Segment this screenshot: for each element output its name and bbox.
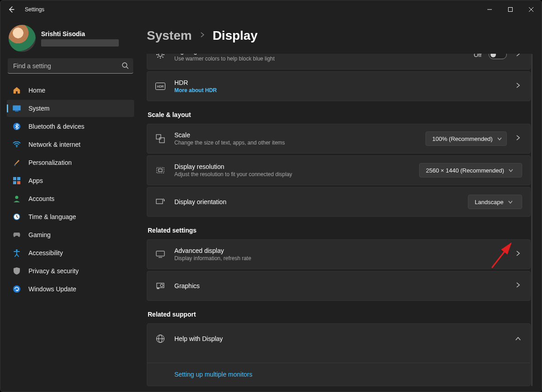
section-scale-layout: Scale & layout xyxy=(148,111,531,118)
monitor-icon xyxy=(155,249,165,259)
person-icon xyxy=(12,194,21,203)
chevron-down-icon xyxy=(497,135,502,142)
sidebar-item-accounts[interactable]: Accounts xyxy=(7,190,134,207)
dropdown-value: 100% (Recommended) xyxy=(432,135,493,142)
svg-point-5 xyxy=(122,63,127,67)
svg-rect-13 xyxy=(13,181,16,184)
card-title: HDR xyxy=(174,79,505,86)
sidebar-item-label: Apps xyxy=(28,177,43,184)
user-email-redacted xyxy=(41,39,119,47)
svg-rect-7 xyxy=(13,106,21,111)
svg-point-20 xyxy=(16,249,18,251)
sidebar-item-windows-update[interactable]: Windows Update xyxy=(7,280,134,298)
card-orientation[interactable]: Display orientation Landscape xyxy=(147,187,531,217)
card-hdr[interactable]: HDR HDR More about HDR xyxy=(147,71,531,101)
svg-line-6 xyxy=(126,67,128,69)
card-advanced-display[interactable]: Advanced display Display information, re… xyxy=(147,239,531,269)
orientation-icon xyxy=(155,197,165,207)
gpu-icon xyxy=(155,281,165,291)
hdr-link[interactable]: More about HDR xyxy=(174,87,505,93)
card-title: Display resolution xyxy=(174,163,410,170)
chevron-right-icon xyxy=(199,32,206,40)
chevron-right-icon xyxy=(514,282,522,290)
globe-icon xyxy=(155,334,165,344)
sidebar-item-label: Personalization xyxy=(28,159,72,166)
close-button[interactable] xyxy=(521,0,542,19)
card-help-with-display: Help with Display Setting up multiple mo… xyxy=(147,323,531,386)
help-expander-header[interactable]: Help with Display xyxy=(147,324,530,354)
clock-icon xyxy=(12,212,21,221)
update-icon xyxy=(12,285,21,294)
chevron-right-icon xyxy=(514,135,522,143)
sidebar-item-gaming[interactable]: Gaming xyxy=(7,226,134,243)
sidebar-item-home[interactable]: Home xyxy=(7,82,134,99)
sidebar-item-time-language[interactable]: Time & language xyxy=(7,208,134,225)
card-title: Scale xyxy=(174,131,416,139)
search-container xyxy=(8,58,133,74)
svg-point-15 xyxy=(15,196,19,199)
search-icon xyxy=(121,62,129,71)
card-scale[interactable]: Scale Change the size of text, apps, and… xyxy=(147,124,531,154)
user-profile[interactable]: Srishti Sisodia xyxy=(9,25,134,52)
shield-icon xyxy=(12,266,21,275)
svg-rect-14 xyxy=(17,181,20,184)
svg-rect-38 xyxy=(156,251,164,256)
user-info: Srishti Sisodia xyxy=(41,30,119,47)
card-subtitle: Adjust the resolution to fit your connec… xyxy=(174,171,410,177)
sidebar-item-personalization[interactable]: Personalization xyxy=(7,154,134,171)
sidebar-item-label: Gaming xyxy=(28,231,51,238)
minimize-icon xyxy=(487,7,492,12)
sidebar-item-accessibility[interactable]: Accessibility xyxy=(7,244,134,261)
sidebar-item-privacy[interactable]: Privacy & security xyxy=(7,262,134,280)
sidebar-item-system[interactable]: System xyxy=(7,100,134,117)
sidebar-item-apps[interactable]: Apps xyxy=(7,172,134,189)
window-controls xyxy=(479,0,542,19)
app-title: Settings xyxy=(25,6,44,13)
dropdown-value: Landscape xyxy=(475,199,504,205)
maximize-button[interactable] xyxy=(500,0,521,19)
sidebar-item-label: Accounts xyxy=(28,195,55,202)
sidebar-item-label: Bluetooth & devices xyxy=(28,123,84,130)
breadcrumb-parent[interactable]: System xyxy=(147,28,192,43)
card-night-light[interactable]: Night light Use warmer colors to help bl… xyxy=(147,54,531,70)
orientation-dropdown[interactable]: Landscape xyxy=(468,195,522,209)
user-name: Srishti Sisodia xyxy=(41,30,119,37)
svg-rect-8 xyxy=(15,111,19,112)
help-expander-body: Setting up multiple monitors xyxy=(147,363,530,386)
system-icon xyxy=(12,104,21,113)
help-link-multiple-monitors[interactable]: Setting up multiple monitors xyxy=(174,371,252,378)
search-input[interactable] xyxy=(8,58,133,74)
night-light-toggle[interactable] xyxy=(489,54,507,59)
sidebar-item-label: Network & internet xyxy=(28,141,80,148)
svg-point-41 xyxy=(160,284,163,287)
sidebar-item-label: Accessibility xyxy=(28,249,63,257)
hdr-icon: HDR xyxy=(155,81,165,91)
card-title: Help with Display xyxy=(174,335,505,342)
svg-rect-37 xyxy=(156,199,163,204)
night-light-icon xyxy=(155,54,165,60)
svg-point-10 xyxy=(16,146,18,148)
svg-rect-35 xyxy=(157,168,164,173)
sidebar-item-network[interactable]: Network & internet xyxy=(7,136,134,153)
section-related-settings: Related settings xyxy=(148,227,531,234)
resolution-icon xyxy=(155,165,165,175)
sidebar-item-label: Home xyxy=(28,87,45,94)
chevron-right-icon xyxy=(514,250,522,258)
minimize-button[interactable] xyxy=(479,0,500,19)
gamepad-icon xyxy=(12,230,21,239)
svg-line-30 xyxy=(158,57,159,58)
sidebar-item-bluetooth[interactable]: Bluetooth & devices xyxy=(7,118,134,135)
resolution-dropdown[interactable]: 2560 × 1440 (Recommended) xyxy=(419,163,522,177)
chevron-up-icon xyxy=(514,335,522,343)
scroll-area: Night light Use warmer colors to help bl… xyxy=(147,54,533,386)
scale-dropdown[interactable]: 100% (Recommended) xyxy=(425,131,507,146)
card-title: Advanced display xyxy=(174,247,505,254)
maximize-icon xyxy=(508,7,513,12)
back-button[interactable] xyxy=(5,3,18,16)
card-graphics[interactable]: Graphics xyxy=(147,271,531,301)
chevron-right-icon xyxy=(514,82,522,90)
card-resolution[interactable]: Display resolution Adjust the resolution… xyxy=(147,155,531,185)
scrollbar[interactable] xyxy=(531,54,533,386)
card-title: Night light xyxy=(174,54,465,55)
card-title: Display orientation xyxy=(174,198,459,205)
